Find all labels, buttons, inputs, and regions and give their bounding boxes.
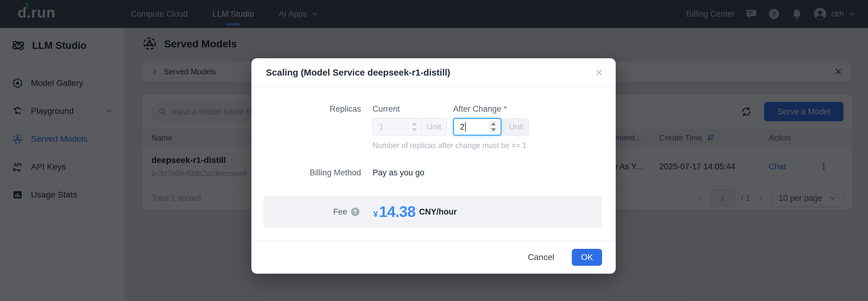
- modal-body: Replicas Current After Change * 1: [251, 87, 616, 228]
- ok-button[interactable]: OK: [572, 249, 602, 266]
- replicas-row: Replicas Current After Change * 1: [251, 104, 616, 150]
- fee-value: ¥ 14.38: [373, 203, 415, 221]
- after-change-value: 2: [454, 122, 466, 132]
- required-marker: *: [504, 104, 507, 114]
- modal-header: Scaling (Model Service deepseek-r1-disti…: [251, 58, 616, 87]
- scaling-modal: Scaling (Model Service deepseek-r1-disti…: [251, 58, 616, 274]
- after-change-label: After Change: [453, 104, 501, 114]
- billing-method-label: Billing Method: [251, 168, 373, 177]
- billing-method-row: Billing Method Pay as you go: [251, 168, 616, 177]
- fee-amount: 14.38: [379, 203, 415, 221]
- modal-close-icon[interactable]: [594, 68, 603, 77]
- replicas-inputs: 1 Unit 2: [373, 118, 529, 136]
- text-caret: [465, 122, 466, 132]
- step-up-icon: [412, 122, 417, 125]
- fee-panel: Fee ? ¥ 14.38 CNY/hour: [264, 196, 601, 228]
- fee-label: Fee: [333, 207, 347, 217]
- replicas-subheaders: Current After Change *: [373, 104, 529, 114]
- cancel-button[interactable]: Cancel: [526, 252, 556, 263]
- step-up-icon[interactable]: [491, 122, 496, 125]
- after-change-unit-suffix: Unit: [503, 118, 529, 136]
- replicas-label: Replicas: [251, 104, 373, 150]
- current-replicas-input-group: 1 Unit: [373, 118, 447, 136]
- fee-help-icon[interactable]: ?: [351, 208, 360, 216]
- current-stepper: [412, 122, 421, 131]
- step-down-icon: [412, 128, 417, 131]
- current-replicas-input: 1: [373, 122, 412, 132]
- modal-footer: Cancel OK: [251, 240, 616, 274]
- fee-unit: CNY/hour: [419, 207, 457, 217]
- after-change-stepper: [489, 120, 498, 133]
- billing-method-value: Pay as you go: [373, 168, 424, 177]
- current-label: Current: [373, 104, 453, 114]
- currency-symbol: ¥: [373, 210, 378, 219]
- replicas-helper-text: Number of replicas after change must be …: [373, 141, 529, 150]
- current-unit-suffix: Unit: [421, 119, 446, 135]
- modal-title: Scaling (Model Service deepseek-r1-disti…: [266, 67, 451, 78]
- step-down-icon[interactable]: [491, 128, 496, 131]
- replicas-fields: Current After Change * 1 Unit: [373, 104, 529, 150]
- after-change-replicas-input[interactable]: 2: [453, 118, 501, 136]
- app-root: d.run Compute Cloud LLM Studio AI Apps B…: [0, 0, 868, 301]
